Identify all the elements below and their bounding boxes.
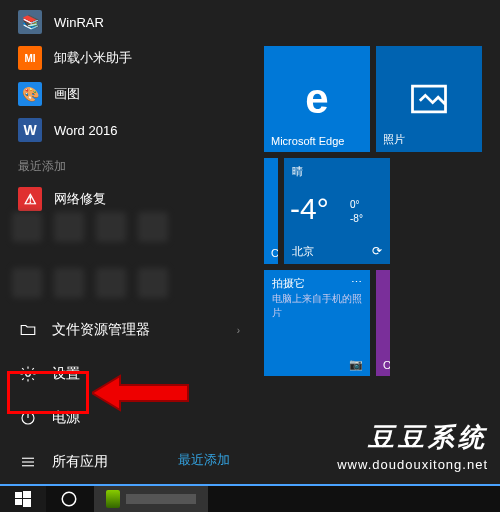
app-label: 画图 (54, 85, 80, 103)
svg-rect-8 (23, 491, 31, 498)
weather-city: 北京 (292, 244, 314, 259)
tile-photos[interactable]: 照片 (376, 46, 482, 152)
netrepair-icon: ⚠ (18, 187, 42, 211)
paint-icon: 🎨 (18, 82, 42, 106)
windows-icon (15, 491, 31, 507)
weather-temp: -4° (290, 192, 329, 226)
camera-sub: 电脑上来自手机的照片 (272, 292, 370, 320)
tile-weather[interactable]: 晴 -4° 0°-8° 北京 ⟳ (284, 158, 390, 264)
svg-point-11 (62, 492, 76, 506)
taskbar (0, 484, 500, 512)
start-left-panel: 📚 WinRAR MI 卸载小米助手 🎨 画图 W Word 2016 最近添加… (0, 0, 260, 484)
settings-label: 设置 (52, 365, 80, 383)
file-explorer-button[interactable]: 文件资源管理器 › (0, 308, 260, 352)
app-thumb-icon (106, 490, 120, 508)
taskbar-app[interactable] (94, 486, 208, 512)
blurred-apps (12, 212, 192, 312)
svg-rect-9 (15, 499, 22, 505)
word-icon: W (18, 118, 42, 142)
app-list: 📚 WinRAR MI 卸载小米助手 🎨 画图 W Word 2016 最近添加… (0, 0, 260, 217)
start-menu: 📚 WinRAR MI 卸载小米助手 🎨 画图 W Word 2016 最近添加… (0, 0, 500, 484)
all-apps-icon (18, 452, 38, 472)
all-apps-button[interactable]: 所有应用 最近添加 (0, 440, 260, 484)
app-item-xiaomi[interactable]: MI 卸载小米助手 (0, 40, 260, 76)
tile-label: Microsoft Edge (271, 135, 344, 147)
chevron-right-icon: › (237, 325, 240, 336)
svg-rect-7 (15, 492, 22, 498)
bottom-menu: 文件资源管理器 › 设置 电源 所有应用 最近添加 (0, 308, 260, 484)
app-item-word[interactable]: W Word 2016 (0, 112, 260, 148)
app-item-paint[interactable]: 🎨 画图 (0, 76, 260, 112)
weather-detail: 0°-8° (350, 198, 363, 226)
power-icon (18, 408, 38, 428)
tile-cortana-partial[interactable]: Corta (264, 158, 278, 264)
cortana-icon (60, 490, 78, 508)
file-explorer-label: 文件资源管理器 (52, 321, 150, 339)
tile-label: 照片 (383, 132, 405, 147)
power-label: 电源 (52, 409, 80, 427)
start-button[interactable] (0, 486, 46, 512)
all-apps-label: 所有应用 (52, 453, 108, 471)
tile-label: Corta (271, 247, 278, 259)
app-label: 网络修复 (54, 190, 106, 208)
app-label: WinRAR (54, 15, 104, 30)
tile-label: OneN (383, 359, 390, 371)
weather-cond: 晴 (292, 164, 303, 179)
tile-edge[interactable]: e Microsoft Edge (264, 46, 370, 152)
svg-point-0 (26, 372, 31, 377)
tiles-panel: e Microsoft Edge 照片 Corta 晴 -4° 0°-8° 北京… (260, 0, 500, 484)
app-label: 卸载小米助手 (54, 49, 132, 67)
xiaomi-icon: MI (18, 46, 42, 70)
svg-rect-10 (23, 499, 31, 507)
ellipsis-icon: ⋯ (351, 276, 362, 289)
file-explorer-icon (18, 320, 38, 340)
photo-icon: 📷 (349, 358, 363, 371)
recent-add-link[interactable]: 最近添加 (178, 451, 230, 469)
tile-camera[interactable]: 拍摄它 ⋯ 电脑上来自手机的照片 📷 (264, 270, 370, 376)
app-label: Word 2016 (54, 123, 117, 138)
tile-group-label (264, 12, 500, 36)
refresh-icon: ⟳ (372, 244, 382, 258)
tile-onenote-partial[interactable]: OneN (376, 270, 390, 376)
power-button[interactable]: 电源 (0, 396, 260, 440)
cortana-button[interactable] (46, 486, 92, 512)
recent-label: 最近添加 (0, 148, 260, 181)
settings-button[interactable]: 设置 (0, 352, 260, 396)
winrar-icon: 📚 (18, 10, 42, 34)
app-item-winrar[interactable]: 📚 WinRAR (0, 4, 260, 40)
camera-title: 拍摄它 (272, 276, 305, 291)
gear-icon (18, 364, 38, 384)
app-title-blur (126, 494, 196, 504)
